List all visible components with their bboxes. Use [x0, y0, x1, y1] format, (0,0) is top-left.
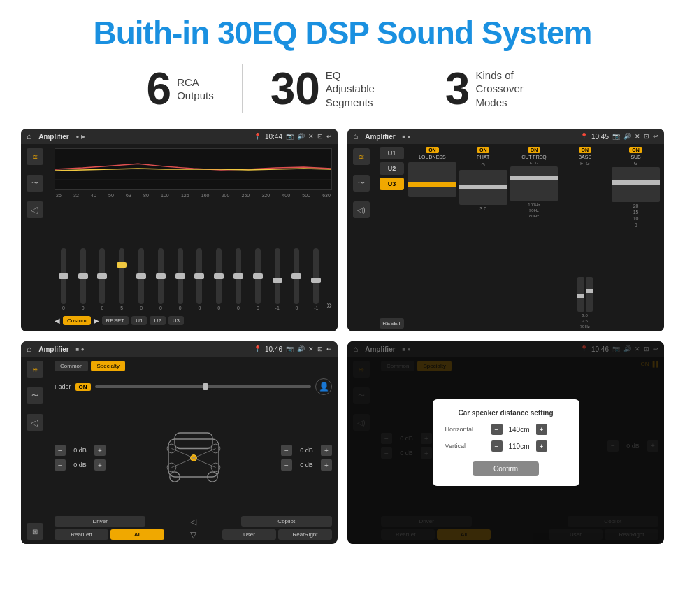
cross-user-btn[interactable]: User	[222, 529, 276, 540]
eq-slider-4[interactable]: 5	[113, 248, 131, 310]
amp-phat-on[interactable]: ON	[477, 147, 490, 153]
cross-time: 10:46	[265, 345, 282, 353]
cross-profile-icon[interactable]: 👤	[315, 378, 332, 395]
amp-u3-btn[interactable]: U3	[380, 178, 404, 190]
eq-slider-8[interactable]: 0	[191, 248, 209, 310]
eq-speaker-icon[interactable]: ◁)	[27, 201, 43, 218]
cross-arrow-down[interactable]: ▽	[166, 529, 220, 540]
cross-db-row-1: − 0 dB +	[55, 445, 106, 456]
dialog-confirm-btn[interactable]: Confirm	[473, 461, 539, 476]
cross-plus-4[interactable]: +	[321, 459, 332, 471]
cross-controls-grid: − 0 dB + − 0 dB +	[55, 402, 332, 513]
amp-wave-icon[interactable]: 〜	[353, 175, 370, 192]
dialog-vertical-plus[interactable]: +	[536, 440, 547, 452]
amp-sub-on[interactable]: ON	[629, 147, 642, 153]
amp-loudness-on[interactable]: ON	[426, 147, 439, 153]
amp-u1-btn[interactable]: U1	[380, 147, 404, 159]
cross-specialty-tab[interactable]: Specialty	[91, 361, 124, 371]
cross-fader-on-btn[interactable]: ON	[75, 383, 91, 391]
amp-home-icon[interactable]: ⌂	[353, 131, 358, 141]
eq-slider-2[interactable]: 0	[74, 248, 92, 310]
cross-db-val-1: 0 dB	[68, 447, 92, 454]
dialog-vertical-value: 110cm	[505, 443, 533, 450]
dialog-vertical-minus[interactable]: −	[491, 440, 503, 452]
cross-copilot-btn[interactable]: Copilot	[241, 516, 332, 527]
stat-rca: 6 RCA Outputs	[119, 66, 242, 111]
eq-u2-btn[interactable]: U2	[150, 316, 165, 325]
amp-sub-channel: ON SUB G 20 15 10 5	[612, 147, 660, 329]
cross-common-tab[interactable]: Common	[55, 361, 88, 371]
eq-slider-5[interactable]: 0	[132, 248, 150, 310]
eq-slider-1[interactable]: 0	[55, 248, 73, 310]
cross-plus-3[interactable]: +	[321, 445, 332, 456]
cross-fader-handle[interactable]	[203, 383, 208, 390]
cross-arrow-left[interactable]: ◁	[147, 516, 238, 527]
amp-speaker-icon[interactable]: ◁)	[353, 201, 370, 218]
eq-time: 10:44	[265, 133, 282, 141]
cross-home-icon[interactable]: ⌂	[27, 344, 31, 354]
cross-fader-row: Fader ON 👤	[55, 378, 332, 395]
cross-minus-3[interactable]: −	[281, 445, 292, 456]
amp-u2-btn[interactable]: U2	[380, 162, 404, 175]
eq-u3-btn[interactable]: U3	[168, 316, 184, 325]
home-icon[interactable]: ⌂	[27, 131, 31, 141]
amp-filter-icon[interactable]: ≋	[353, 148, 370, 165]
back-icon[interactable]: ↩	[326, 133, 332, 140]
stat-label-rca: RCA Outputs	[177, 76, 214, 103]
cross-filter-icon[interactable]: ≋	[27, 361, 43, 378]
eq-slider-14[interactable]: -1	[307, 248, 325, 310]
eq-slider-12[interactable]: -1	[268, 248, 287, 310]
eq-u1-btn[interactable]: U1	[131, 316, 147, 325]
dialog-horizontal-value: 140cm	[505, 426, 533, 434]
camera-icon: 📷	[286, 133, 294, 140]
eq-custom-btn[interactable]: Custom	[63, 316, 91, 325]
cross-left-dbs: − 0 dB + − 0 dB +	[55, 402, 106, 513]
stat-label-eq: EQ Adjustable Segments	[326, 69, 389, 110]
amp-reset-btn[interactable]: RESET	[380, 318, 404, 329]
eq-next-btn[interactable]: ▶	[94, 317, 99, 324]
cross-rearright-btn[interactable]: RearRight	[278, 529, 332, 540]
eq-slider-6[interactable]: 0	[152, 248, 170, 310]
speaker-distance-dialog: Car speaker distance setting Horizontal …	[433, 399, 579, 486]
cross-title: Amplifier	[38, 345, 68, 353]
eq-slider-9[interactable]: 0	[210, 248, 228, 310]
cross-fader-bar[interactable]	[95, 385, 311, 388]
cross-expand-icon[interactable]: ⊞	[27, 523, 43, 540]
eq-slider-7[interactable]: 0	[171, 248, 189, 310]
cross-plus-2[interactable]: +	[94, 459, 106, 471]
cross-wave-icon[interactable]: 〜	[27, 387, 43, 404]
eq-expand-icon[interactable]: »	[326, 299, 332, 310]
eq-screen: ⌂ Amplifier ● ▶ 📍 10:44 📷 🔊 ✕ ⊡ ↩ ≋ 〜 ◁)	[21, 129, 338, 331]
amp-bass-on[interactable]: ON	[579, 147, 592, 153]
cross-plus-1[interactable]: +	[94, 445, 106, 456]
eq-slider-11[interactable]: 0	[249, 248, 267, 310]
amp-presets: U1 U2 U3 RESET	[380, 147, 404, 329]
dialog-horizontal-plus[interactable]: +	[536, 424, 547, 435]
amp-loudness-channel: ON LOUDNESS	[408, 147, 456, 329]
cross-back-icon[interactable]: ↩	[326, 345, 332, 352]
svg-line-13	[171, 448, 194, 458]
cross-camera-icon: 📷	[286, 345, 294, 352]
eq-slider-3[interactable]: 0	[94, 248, 112, 310]
dialog-horizontal-label: Horizontal	[445, 426, 487, 433]
dialog-horizontal-minus[interactable]: −	[491, 424, 503, 435]
cross-minus-4[interactable]: −	[281, 459, 292, 471]
amp-bass-channel: ON BASS FG 3.0	[561, 147, 609, 329]
eq-slider-13[interactable]: 0	[288, 248, 306, 310]
eq-wave-icon[interactable]: 〜	[27, 175, 43, 192]
cross-db-val-4: 0 dB	[294, 461, 319, 468]
cross-minus-1[interactable]: −	[55, 445, 66, 456]
cross-speaker-icon[interactable]: ◁)	[27, 414, 43, 431]
amp-back-icon[interactable]: ↩	[653, 133, 658, 140]
cross-driver-btn[interactable]: Driver	[55, 516, 145, 527]
eq-filter-icon[interactable]: ≋	[27, 148, 43, 165]
cross-screen: ⌂ Amplifier ■ ● 📍 10:46 📷 🔊 ✕ ⊡ ↩ ≋ 〜 ◁)	[21, 341, 338, 544]
cross-rearleft-btn[interactable]: RearLeft	[55, 529, 108, 540]
eq-reset-btn[interactable]: RESET	[102, 316, 129, 325]
cross-all-btn[interactable]: All	[110, 529, 164, 540]
amp-cutfreq-on[interactable]: ON	[528, 147, 541, 153]
eq-prev-btn[interactable]: ◀	[55, 317, 60, 324]
main-title: Buith-in 30EQ DSP Sound System	[21, 14, 664, 52]
cross-minus-2[interactable]: −	[55, 459, 66, 471]
eq-slider-10[interactable]: 0	[229, 248, 247, 310]
